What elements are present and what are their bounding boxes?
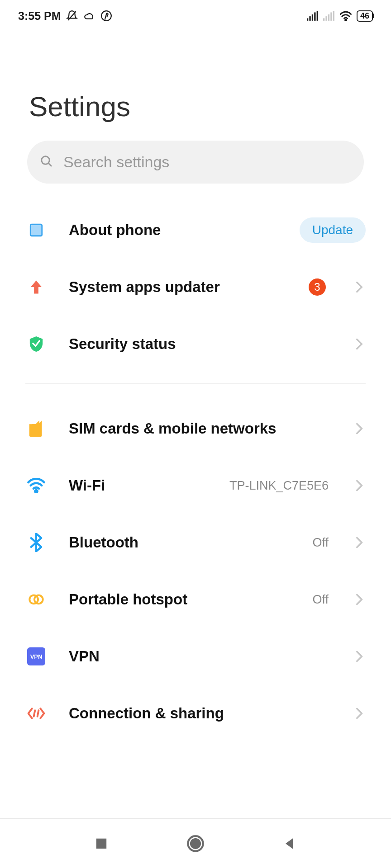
hotspot-icon — [25, 589, 47, 610]
row-label: About phone — [69, 222, 278, 239]
row-label: VPN — [69, 648, 331, 665]
row-value: Off — [312, 593, 329, 607]
notification-mute-icon — [66, 10, 78, 22]
row-value: TP-LINK_C7E5E6 — [229, 479, 329, 493]
row-label: Security status — [69, 335, 331, 353]
battery-level: 46 — [360, 11, 369, 20]
battery-icon: 46 — [357, 10, 373, 22]
row-value: Off — [312, 536, 329, 550]
nav-recent-button[interactable] — [91, 834, 111, 854]
pinterest-icon — [100, 10, 112, 22]
svg-point-16 — [35, 490, 37, 492]
search-input[interactable]: Search settings — [27, 141, 364, 184]
vpn-icon: VPN — [25, 646, 47, 667]
nav-home-button[interactable] — [186, 834, 205, 854]
row-about-phone[interactable]: About phone Update — [25, 202, 366, 259]
row-system-updater[interactable]: System apps updater 3 — [25, 259, 366, 316]
svg-point-21 — [191, 839, 200, 848]
row-security-status[interactable]: Security status — [25, 316, 366, 373]
arrow-up-icon — [25, 276, 47, 298]
row-label: Bluetooth — [69, 534, 291, 551]
row-label: SIM cards & mobile networks — [69, 420, 331, 437]
search-placeholder: Search settings — [63, 153, 169, 171]
nav-back-button[interactable] — [280, 834, 300, 854]
chevron-right-icon — [353, 422, 366, 435]
svg-rect-5 — [314, 12, 315, 20]
svg-rect-10 — [330, 12, 332, 20]
chevron-right-icon — [353, 281, 366, 293]
svg-rect-15 — [30, 224, 42, 236]
row-hotspot[interactable]: Portable hotspot Off — [25, 571, 366, 628]
update-pill[interactable]: Update — [300, 217, 366, 243]
status-time: 3:55 PM — [18, 9, 61, 23]
row-label: Wi-Fi — [69, 477, 208, 494]
chevron-right-icon — [353, 707, 366, 720]
svg-rect-11 — [333, 11, 334, 21]
page-title: Settings — [0, 32, 391, 141]
svg-line-14 — [48, 163, 51, 165]
chevron-right-icon — [353, 536, 366, 549]
chevron-right-icon — [353, 479, 366, 492]
status-bar: 3:55 PM — [0, 0, 391, 32]
row-label: Connection & sharing — [69, 705, 331, 722]
row-wifi[interactable]: Wi-Fi TP-LINK_C7E5E6 — [25, 457, 366, 514]
svg-rect-7 — [323, 18, 324, 20]
shield-check-icon — [25, 333, 47, 355]
nav-bar — [0, 818, 391, 868]
svg-rect-6 — [317, 11, 318, 21]
row-sim-cards[interactable]: SIM cards & mobile networks — [25, 400, 366, 457]
row-label: System apps updater — [69, 278, 287, 296]
wifi-icon — [25, 475, 47, 496]
svg-rect-4 — [312, 14, 313, 21]
connection-sharing-icon — [25, 703, 47, 724]
svg-rect-9 — [328, 14, 329, 21]
svg-rect-19 — [96, 838, 106, 848]
signal-strong-icon — [307, 11, 319, 21]
cloud-icon — [83, 10, 95, 22]
divider — [25, 383, 366, 384]
svg-point-12 — [345, 19, 346, 21]
row-label: Portable hotspot — [69, 591, 291, 608]
svg-rect-8 — [325, 16, 327, 21]
row-bluetooth[interactable]: Bluetooth Off — [25, 514, 366, 571]
bluetooth-icon — [25, 532, 47, 553]
sim-card-icon — [25, 418, 47, 439]
svg-rect-3 — [309, 16, 310, 21]
about-phone-icon — [25, 219, 47, 241]
row-connection-sharing[interactable]: Connection & sharing — [25, 685, 366, 742]
row-vpn[interactable]: VPN VPN — [25, 628, 366, 685]
chevron-right-icon — [353, 593, 366, 606]
wifi-status-icon — [339, 11, 352, 21]
chevron-right-icon — [353, 650, 366, 663]
signal-weak-icon — [323, 11, 335, 21]
search-icon — [40, 155, 53, 170]
update-count-badge: 3 — [309, 278, 326, 296]
svg-rect-2 — [307, 18, 308, 20]
chevron-right-icon — [353, 338, 366, 350]
